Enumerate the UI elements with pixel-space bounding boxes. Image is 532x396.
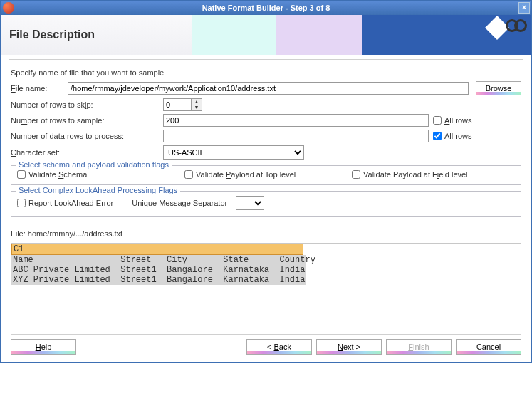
- wizard-footer: Help < Back Next > Finish Cancel: [1, 335, 531, 362]
- finish-button: Finish: [386, 339, 452, 355]
- validate-schema-label: Validate Schema: [28, 170, 87, 179]
- wizard-window: Native Format Builder - Step 3 of 8 × Fi…: [0, 0, 532, 363]
- next-button[interactable]: Next >: [316, 339, 382, 355]
- content-area: Specify name of file that you want to sa…: [1, 61, 531, 330]
- file-name-input[interactable]: [68, 82, 469, 95]
- all-rows-process-checkbox[interactable]: [433, 132, 442, 140]
- back-button[interactable]: < Back: [246, 339, 312, 355]
- all-rows-sample-label: All rows: [444, 116, 472, 125]
- validate-top-checkbox[interactable]: [184, 170, 193, 179]
- separator-label: Unique Message Separator: [132, 199, 227, 207]
- rows-skip-label: Number of rows to skip:: [11, 100, 163, 109]
- preview-file-label: File: home/rmmay/.../address.txt: [11, 229, 521, 238]
- all-rows-process-label: All rows: [444, 132, 472, 140]
- file-name-label: File name:: [11, 84, 68, 93]
- rows-sample-label: Number of rows to sample:: [11, 116, 163, 125]
- rows-sample-input[interactable]: [163, 114, 429, 127]
- help-button[interactable]: Help: [11, 339, 76, 355]
- rows-skip-spinner[interactable]: ▲▼: [163, 98, 202, 111]
- report-lookahead-label: Report LookAhead Error: [28, 199, 113, 207]
- banner-art: [192, 15, 531, 55]
- lookahead-legend: Select Complex LookAhead Processing Flag…: [16, 186, 180, 194]
- validate-field-label: Validate Payload at Field level: [363, 170, 468, 179]
- data-rows-input[interactable]: [163, 130, 429, 142]
- page-title: File Description: [1, 15, 192, 55]
- charset-select[interactable]: US-ASCII: [163, 145, 304, 160]
- titlebar[interactable]: Native Format Builder - Step 3 of 8 ×: [1, 1, 531, 15]
- banner: File Description: [1, 15, 531, 55]
- validate-field-checkbox[interactable]: [352, 170, 360, 179]
- separator-select[interactable]: [236, 196, 264, 210]
- instruction-text: Specify name of file that you want to sa…: [11, 68, 521, 77]
- charset-label: Character set:: [11, 148, 163, 157]
- all-rows-sample-checkbox[interactable]: [433, 116, 442, 125]
- preview-selected-line[interactable]: C1: [11, 244, 303, 255]
- window-title: Native Format Builder - Step 3 of 8: [1, 4, 531, 12]
- browse-button[interactable]: Browse: [476, 81, 521, 95]
- preview-line[interactable]: Name Street City State Country: [13, 255, 305, 265]
- validation-legend: Select schema and payload validation fla…: [16, 160, 172, 169]
- preview-line[interactable]: XYZ Private Limited Street1 Bangalore Ka…: [13, 275, 305, 285]
- close-icon[interactable]: ×: [518, 2, 530, 14]
- validate-top-label: Validate Payload at Top level: [196, 170, 296, 179]
- validation-fieldset: Select schema and payload validation fla…: [11, 165, 521, 185]
- preview-line[interactable]: ABC Private Limited Street1 Bangalore Ka…: [13, 265, 305, 275]
- validate-schema-checkbox[interactable]: [17, 170, 26, 179]
- report-lookahead-checkbox[interactable]: [17, 199, 26, 207]
- lookahead-fieldset: Select Complex LookAhead Processing Flag…: [11, 191, 521, 217]
- spinner-down-icon[interactable]: ▼: [192, 105, 202, 110]
- rows-skip-input[interactable]: [164, 99, 191, 110]
- spinner-up-icon[interactable]: ▲: [192, 99, 202, 105]
- data-rows-label: Number of data rows to process:: [11, 132, 163, 140]
- file-preview[interactable]: C1 Name Street City State Country ABC Pr…: [11, 243, 521, 325]
- cancel-button[interactable]: Cancel: [456, 339, 521, 355]
